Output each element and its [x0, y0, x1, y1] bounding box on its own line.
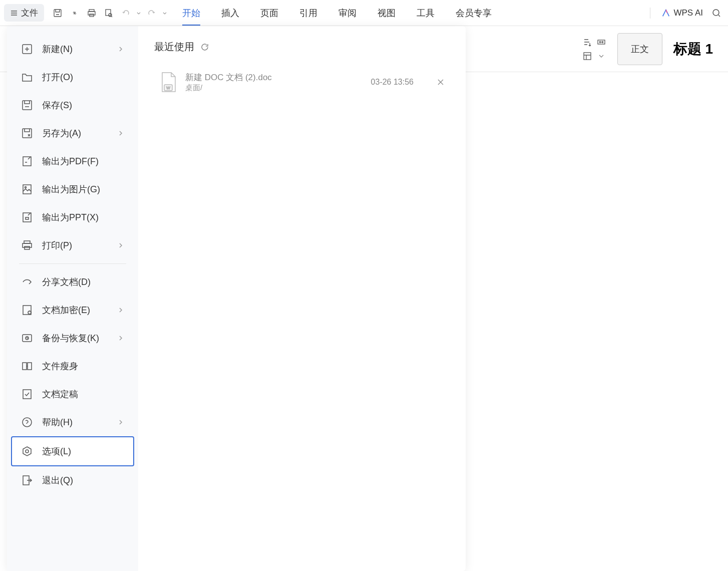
save-icon[interactable]: [50, 6, 65, 21]
chevron-right-icon: [117, 419, 124, 426]
menu-item-save[interactable]: 保存(S): [12, 91, 133, 119]
slim-icon: [21, 360, 33, 372]
link-icon[interactable]: [67, 6, 82, 21]
tab-member[interactable]: 会员专享: [456, 1, 492, 25]
menu-label: 打开(O): [42, 71, 124, 83]
menu-item-slim[interactable]: 文件瘦身: [12, 352, 133, 380]
print-icon: [21, 239, 33, 251]
divider: [650, 8, 650, 19]
recent-title: 最近使用: [154, 40, 194, 54]
toolbar-right: WPS AI: [645, 6, 724, 21]
remove-recent-icon[interactable]: [437, 78, 445, 86]
sort-icon[interactable]: [582, 37, 592, 47]
chevron-right-icon: [117, 335, 124, 342]
svg-rect-23: [23, 363, 27, 370]
search-icon[interactable]: [709, 6, 724, 21]
style-heading-1[interactable]: 标题 1: [668, 40, 718, 59]
tab-view[interactable]: 视图: [378, 1, 396, 25]
recent-panel: 最近使用 W 新建 DOC 文档 (2).doc 桌面/ 03-26 13:56: [138, 26, 466, 571]
print-icon[interactable]: [84, 6, 99, 21]
svg-point-6: [713, 10, 719, 16]
menu-item-share[interactable]: 分享文档(D): [12, 268, 133, 296]
help-icon: [21, 416, 33, 428]
tab-review[interactable]: 审阅: [338, 1, 356, 25]
menu-item-saveas[interactable]: 另存为(A): [12, 119, 133, 147]
hamburger-icon: [10, 9, 18, 17]
svg-rect-17: [23, 243, 32, 247]
svg-rect-13: [23, 185, 31, 194]
svg-rect-18: [25, 246, 30, 249]
main-toolbar: 文件 开始 插入 页面 引用 审阅 视图 工具 会员专享 WPS AI: [0, 0, 728, 26]
refresh-icon[interactable]: [200, 43, 209, 52]
menu-item-exit[interactable]: 退出(Q): [12, 466, 133, 494]
redo-icon[interactable]: [144, 6, 159, 21]
menu-label: 选项(L): [42, 445, 124, 457]
file-menu-button[interactable]: 文件: [4, 4, 44, 22]
menu-item-final[interactable]: 文档定稿: [12, 380, 133, 408]
print-preview-icon[interactable]: [101, 6, 116, 21]
svg-rect-11: [23, 129, 32, 138]
tab-insert[interactable]: 插入: [221, 1, 239, 25]
undo-dropdown-icon[interactable]: [135, 11, 142, 16]
chevron-right-icon: [117, 307, 124, 314]
open-icon: [21, 71, 33, 83]
menu-label: 另存为(A): [42, 127, 108, 139]
file-dropdown-panel: 新建(N)打开(O)保存(S)另存为(A)输出为PDF(F)输出为图片(G)输出…: [7, 26, 466, 571]
chevron-right-icon: [117, 46, 124, 53]
menu-label: 帮助(H): [42, 416, 108, 428]
chevron-right-icon: [117, 242, 124, 249]
redo-dropdown-icon[interactable]: [161, 11, 168, 16]
ppt-icon: [21, 211, 33, 223]
menu-item-help[interactable]: 帮助(H): [12, 408, 133, 436]
svg-point-27: [26, 450, 29, 453]
menu-item-new[interactable]: 新建(N): [12, 35, 133, 63]
layout-icon[interactable]: [582, 51, 592, 61]
pdf-icon: [21, 155, 33, 167]
menu-item-open[interactable]: 打开(O): [12, 63, 133, 91]
text-width-icon[interactable]: [596, 37, 606, 47]
backup-icon: [21, 332, 33, 344]
wps-ai-button[interactable]: WPS AI: [661, 8, 703, 18]
svg-rect-12: [23, 157, 31, 166]
ribbon-tabs: 开始 插入 页面 引用 审阅 视图 工具 会员专享: [182, 1, 492, 25]
ribbon-tools: [582, 37, 606, 61]
menu-item-encrypt[interactable]: 文档加密(E): [12, 296, 133, 324]
menu-label: 输出为图片(G): [42, 183, 124, 195]
menu-label: 保存(S): [42, 99, 124, 111]
save-icon: [21, 99, 33, 111]
menu-label: 分享文档(D): [42, 276, 124, 288]
svg-rect-24: [28, 363, 32, 370]
menu-item-print[interactable]: 打印(P): [12, 231, 133, 259]
tab-tools[interactable]: 工具: [417, 1, 435, 25]
menu-item-pdf[interactable]: 输出为PDF(F): [12, 147, 133, 175]
svg-rect-10: [23, 101, 32, 110]
menu-label: 退出(Q): [42, 474, 124, 486]
wps-ai-icon: [661, 9, 670, 18]
recent-header: 最近使用: [154, 40, 450, 54]
style-normal[interactable]: 正文: [617, 33, 662, 65]
chevron-down-icon[interactable]: [596, 51, 606, 61]
svg-rect-0: [54, 10, 61, 17]
doc-name: 新建 DOC 文档 (2).doc: [185, 72, 363, 83]
exit-icon: [21, 474, 33, 486]
menu-label: 备份与恢复(K): [42, 332, 108, 344]
menu-label: 输出为PDF(F): [42, 155, 124, 167]
menu-label: 打印(P): [42, 239, 108, 251]
menu-item-ppt[interactable]: 输出为PPT(X): [12, 203, 133, 231]
recent-file-item[interactable]: W 新建 DOC 文档 (2).doc 桌面/ 03-26 13:56: [154, 66, 450, 99]
tab-start[interactable]: 开始: [182, 1, 200, 25]
menu-label: 文档加密(E): [42, 304, 108, 316]
tab-reference[interactable]: 引用: [299, 1, 317, 25]
svg-rect-19: [23, 306, 31, 315]
menu-label: 文件瘦身: [42, 360, 124, 372]
tab-page[interactable]: 页面: [260, 1, 278, 25]
doc-time: 03-26 13:56: [371, 78, 414, 87]
new-icon: [21, 43, 33, 55]
menu-item-image[interactable]: 输出为图片(G): [12, 175, 133, 203]
undo-icon[interactable]: [118, 6, 133, 21]
doc-file-icon: W: [159, 72, 177, 93]
document-canvas[interactable]: [466, 73, 728, 571]
menu-item-backup[interactable]: 备份与恢复(K): [12, 324, 133, 352]
menu-item-options[interactable]: 选项(L): [11, 436, 134, 466]
final-icon: [21, 388, 33, 400]
